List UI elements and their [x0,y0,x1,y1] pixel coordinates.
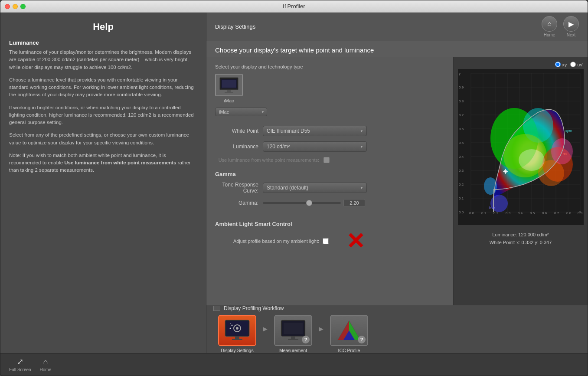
ambient-checkbox[interactable] [323,238,329,244]
gamma-value: 2.20 [343,199,365,207]
svg-rect-80 [291,337,295,339]
display-section-label: Select your display and technology type [215,64,444,69]
ambient-control-row: Adjust profile based on my ambient light… [215,238,329,244]
chroma-info: Luminance: 120.000 cd/m² White Point: x:… [490,231,552,246]
chroma-svg: 0.0 0.1 0.2 0.3 0.4 0.5 0.6 0.7 0.8 0.9 [458,69,584,225]
svg-rect-72 [232,339,242,340]
measurement-step-icon: ? [274,315,312,346]
svg-rect-82 [284,323,303,334]
svg-text:0.7: 0.7 [459,113,464,117]
svg-text:0.7: 0.7 [554,211,559,215]
full-screen-button[interactable]: ⤢ Full Screen [9,357,31,372]
ambient-heading: Ambient Light Smart Control [215,221,444,227]
imac-icon-box [215,74,243,96]
icc-profile-step-icon: ? [330,315,368,346]
chromaticity-chart: 0.0 0.1 0.2 0.3 0.4 0.5 0.6 0.7 0.8 0.9 [458,69,584,225]
svg-text:blue: blue [489,206,495,209]
svg-text:0.0: 0.0 [469,211,474,215]
display-select[interactable]: iMac [215,108,267,116]
measurement-question-mark: ? [302,336,310,343]
measurement-step-label: Measurement [279,348,307,353]
svg-point-59 [519,149,545,171]
workflow-step-display-settings[interactable]: Display Settings [213,315,261,353]
icc-question-mark: ? [358,336,366,343]
svg-text:0.4: 0.4 [518,211,523,215]
white-point-select-wrapper[interactable]: CIE Illuminant D55 CIE Illuminant D50 CI… [263,126,367,136]
footer-home-icon: ⌂ [43,357,48,366]
tone-curve-select[interactable]: Standard (default) L* sRGB [263,183,367,193]
help-p2: Choose a luminance level that provides y… [9,76,197,99]
svg-text:0.8: 0.8 [459,99,464,103]
luminance-info: Luminance: 120.000 cd/m² [490,231,552,239]
radio-uv-label[interactable]: uv' [570,62,583,67]
white-point-select[interactable]: CIE Illuminant D55 CIE Illuminant D50 CI… [263,126,367,136]
use-luminance-label: Use luminance from white point measureme… [215,157,319,163]
svg-text:0.6: 0.6 [459,127,464,131]
ambient-label: Adjust profile based on my ambient light… [215,239,319,244]
gamma-slider[interactable] [263,202,341,204]
workflow-title: Display Profiling Workflow [224,305,284,311]
close-button[interactable] [5,4,10,9]
display-icons-container: iMac [215,74,444,103]
svg-text:0.3: 0.3 [506,211,511,215]
tone-curve-select-wrapper[interactable]: Standard (default) L* sRGB [263,183,367,193]
svg-text:0.4: 0.4 [459,155,464,159]
display-settings-step-label: Display Settings [221,348,253,353]
svg-text:y: y [459,72,461,75]
minimize-button[interactable] [13,4,18,9]
svg-point-60 [490,195,508,212]
tone-curve-label: Tone Response Curve: [215,182,258,194]
radio-xy-label[interactable]: xy [555,62,567,67]
help-title: Help [9,21,197,33]
footer-home-label: Home [40,367,52,372]
workflow-bar: Display Profiling Workflow [206,305,588,353]
svg-text:red: red [563,152,567,155]
radio-xy[interactable] [555,62,561,67]
chromaticity-panel: xy uv' [453,57,588,305]
tone-curve-row: Tone Response Curve: Standard (default) … [215,182,444,194]
white-point-row: White Point CIE Illuminant D55 CIE Illum… [215,126,444,136]
svg-point-75 [230,328,231,329]
traffic-lights [5,4,26,9]
svg-text:0.5: 0.5 [459,141,464,145]
main-heading: Choose your display's target white point… [215,46,579,54]
imac-icon [219,76,239,94]
use-luminance-row: Use luminance from white point measureme… [215,157,444,163]
radio-uv[interactable] [570,62,576,67]
svg-rect-2 [227,90,231,92]
workflow-step-icc-profile[interactable]: ? ICC Profile [325,315,373,353]
imac-display-item[interactable]: iMac [215,74,243,103]
white-point-info: White Point: x: 0.332 y: 0.347 [490,239,552,247]
gamma-slider-container: 2.20 [263,199,365,207]
display-dropdown-row: iMac [215,108,444,116]
full-screen-label: Full Screen [9,367,31,372]
svg-text:0.0: 0.0 [459,210,464,214]
app-title: i1Profiler [283,3,305,10]
svg-text:0.1: 0.1 [481,211,487,215]
help-p1: The luminance of your display/monitor de… [9,49,197,71]
step-arrow-2: ▶ [319,325,323,332]
next-icon: ▶ [563,16,579,32]
svg-point-77 [230,323,231,324]
icc-profile-step-label: ICC Profile [338,348,360,353]
svg-rect-3 [225,92,233,93]
footer-home-button[interactable]: ⌂ Home [40,357,52,372]
svg-rect-81 [288,339,298,340]
use-luminance-checkbox[interactable] [323,157,330,163]
svg-point-74 [236,327,238,330]
ambient-section: Ambient Light Smart Control Adjust profi… [215,221,444,252]
next-nav-button[interactable]: ▶ Next [563,16,579,37]
workflow-header: Display Profiling Workflow [206,305,588,311]
luminance-heading: Luminance [9,39,197,46]
luminance-select-wrapper[interactable]: 120 cd/m² 80 cd/m² 100 cd/m² 140 cd/m² 1… [263,141,367,152]
gamma-heading: Gamma [215,171,444,177]
home-nav-button[interactable]: ⌂ Home [542,16,557,37]
workflow-step-measurement[interactable]: ? Measurement [269,315,317,353]
svg-text:0.1: 0.1 [459,196,464,200]
display-select-wrapper[interactable]: iMac [215,108,267,116]
luminance-label: Luminance [215,144,258,150]
workflow-steps: Display Settings ▶ [206,315,588,353]
svg-point-76 [232,325,233,326]
luminance-select[interactable]: 120 cd/m² 80 cd/m² 100 cd/m² 140 cd/m² 1… [263,141,367,152]
maximize-button[interactable] [20,4,26,9]
